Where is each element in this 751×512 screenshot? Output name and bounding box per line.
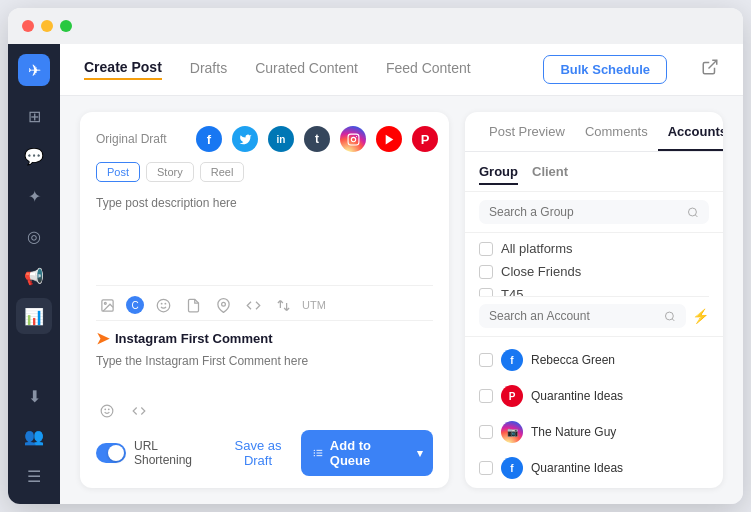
svg-line-23: [672, 318, 674, 320]
toolbar-row: C: [96, 285, 433, 316]
ig-arrow-icon: ➤: [96, 329, 109, 348]
platform-linkedin[interactable]: in: [268, 126, 294, 152]
sidebar: ✈ ⊞ 💬 ✦ ◎ 📢 📊 ⬇ 👥 ☰: [8, 44, 60, 504]
account-platform-icon-pinterest: P: [501, 385, 523, 407]
group-item-close-friends[interactable]: Close Friends: [479, 264, 709, 279]
toolbar-doc-icon[interactable]: [182, 294, 204, 316]
account-name: The Nature Guy: [531, 425, 616, 439]
toolbar-utm-label[interactable]: UTM: [302, 299, 326, 311]
group-item-all-platforms[interactable]: All platforms: [479, 241, 709, 256]
group-item-t45[interactable]: T45: [479, 287, 709, 296]
account-item-quarantine-ideas-2[interactable]: f Quarantine Ideas: [479, 451, 709, 485]
sidebar-item-target[interactable]: ◎: [16, 218, 52, 254]
ig-comment-input[interactable]: [96, 354, 433, 390]
account-name: Quarantine Ideas: [531, 389, 623, 403]
right-panel-tabs: Post Preview Comments Accounts: [465, 112, 723, 152]
top-nav: Create Post Drafts Curated Content Feed …: [60, 44, 743, 96]
platform-row: Original Draft f in t P: [96, 126, 433, 152]
ig-code-icon[interactable]: [128, 400, 150, 422]
sidebar-item-download[interactable]: ⬇: [16, 378, 52, 414]
sidebar-item-grid[interactable]: ⊞: [16, 98, 52, 134]
platform-tumblr[interactable]: t: [304, 126, 330, 152]
accounts-search-input[interactable]: [489, 309, 658, 323]
toolbar-location-icon[interactable]: [212, 294, 234, 316]
url-shortening-toggle: URL Shortening: [96, 439, 205, 467]
tab-feed-content[interactable]: Feed Content: [386, 60, 471, 79]
tab-post-preview[interactable]: Post Preview: [479, 112, 575, 151]
group-checkbox[interactable]: [479, 242, 493, 256]
tab-client[interactable]: Client: [532, 164, 568, 185]
ig-comment-section: ➤ Instagram First Comment: [96, 320, 433, 422]
search-group-input-wrapper: [479, 200, 709, 224]
account-checkbox[interactable]: [479, 353, 493, 367]
tab-create-post[interactable]: Create Post: [84, 59, 162, 80]
titlebar: [8, 8, 743, 44]
url-shortening-switch[interactable]: [96, 443, 126, 463]
close-dot[interactable]: [22, 20, 34, 32]
save-draft-button[interactable]: Save as Draft: [225, 438, 291, 468]
sidebar-item-people[interactable]: 👥: [16, 418, 52, 454]
group-item-label: Close Friends: [501, 264, 581, 279]
group-checkbox[interactable]: [479, 265, 493, 279]
group-item-label: T45: [501, 287, 523, 296]
sidebar-item-chart[interactable]: 📊: [16, 298, 52, 334]
platform-pinterest[interactable]: P: [412, 126, 438, 152]
add-to-queue-main: Add to Queue: [301, 430, 406, 476]
account-item-quarantine-ideas-1[interactable]: P Quarantine Ideas: [479, 379, 709, 413]
post-editor-panel: Original Draft f in t P: [80, 112, 449, 488]
bottom-bar: URL Shortening Save as Draft Add to Queu…: [96, 422, 433, 476]
add-to-queue-button[interactable]: Add to Queue ▾: [301, 430, 433, 476]
svg-line-0: [709, 60, 717, 68]
maximize-dot[interactable]: [60, 20, 72, 32]
platform-facebook[interactable]: f: [196, 126, 222, 152]
svg-point-10: [221, 302, 225, 306]
sidebar-item-network[interactable]: ✦: [16, 178, 52, 214]
tab-accounts[interactable]: Accounts: [658, 112, 723, 151]
filter-icon[interactable]: ⚡: [692, 308, 709, 324]
toggle-knob: [108, 445, 124, 461]
post-type-reel[interactable]: Reel: [200, 162, 245, 182]
post-type-story[interactable]: Story: [146, 162, 194, 182]
bulk-schedule-button[interactable]: Bulk Schedule: [543, 55, 667, 84]
search-group-row: [465, 192, 723, 233]
queue-btn-arrow[interactable]: ▾: [407, 439, 433, 468]
post-type-post[interactable]: Post: [96, 162, 140, 182]
platform-twitter[interactable]: [232, 126, 258, 152]
search-group-input[interactable]: [489, 205, 681, 219]
group-checkbox[interactable]: [479, 288, 493, 296]
accounts-search-input-wrapper: [479, 304, 686, 328]
sidebar-item-megaphone[interactable]: 📢: [16, 258, 52, 294]
right-panel: Post Preview Comments Accounts Group Cli…: [465, 112, 723, 488]
platform-youtube[interactable]: [376, 126, 402, 152]
account-item-positivity-guides[interactable]: P Positivity Guides: [479, 487, 709, 488]
tab-comments[interactable]: Comments: [575, 112, 658, 151]
right-panel-content: Group Client: [465, 152, 723, 488]
sidebar-item-chat[interactable]: 💬: [16, 138, 52, 174]
ig-emoji-icon[interactable]: [96, 400, 118, 422]
minimize-dot[interactable]: [41, 20, 53, 32]
platform-instagram[interactable]: [340, 126, 366, 152]
url-shortening-label: URL Shortening: [134, 439, 205, 467]
sidebar-logo[interactable]: ✈: [18, 54, 50, 86]
post-description-input[interactable]: [96, 190, 433, 281]
tab-drafts[interactable]: Drafts: [190, 60, 227, 79]
account-checkbox[interactable]: [479, 389, 493, 403]
toolbar-arrows-icon[interactable]: [272, 294, 294, 316]
export-icon[interactable]: [701, 58, 719, 81]
svg-point-6: [104, 302, 106, 304]
account-platform-icon-instagram: 📷: [501, 421, 523, 443]
tab-group[interactable]: Group: [479, 164, 518, 185]
toolbar-image-icon[interactable]: [96, 294, 118, 316]
account-name: Rebecca Green: [531, 353, 615, 367]
svg-point-11: [101, 405, 113, 417]
account-item-nature-guy[interactable]: 📷 The Nature Guy: [479, 415, 709, 449]
account-item-rebecca-green[interactable]: f Rebecca Green: [479, 343, 709, 377]
toolbar-emoji-icon[interactable]: [152, 294, 174, 316]
account-checkbox[interactable]: [479, 461, 493, 475]
account-checkbox[interactable]: [479, 425, 493, 439]
toolbar-code-icon[interactable]: [242, 294, 264, 316]
toolbar-color-icon[interactable]: C: [126, 296, 144, 314]
sidebar-item-list[interactable]: ☰: [16, 458, 52, 494]
tab-curated-content[interactable]: Curated Content: [255, 60, 358, 79]
svg-line-21: [695, 214, 697, 216]
